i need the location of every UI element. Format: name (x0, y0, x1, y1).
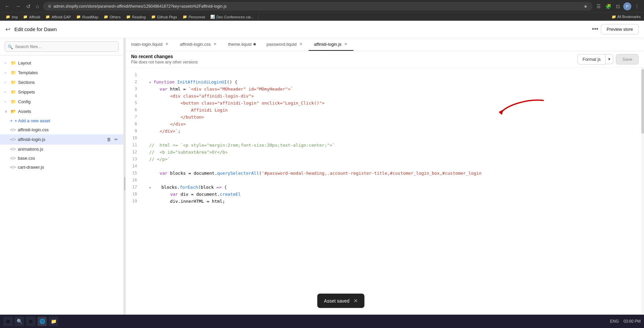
add-asset-button[interactable]: + + Add a new asset (0, 116, 123, 125)
toolbar-back-button[interactable]: ↩ (5, 26, 10, 33)
bookmark-others[interactable]: 📁 Others (101, 14, 123, 20)
taskbar-language: ENG (610, 319, 619, 324)
line-num: 9 (129, 128, 137, 135)
bookmark-label: RoadMap (82, 15, 98, 19)
vertical-scrollbar[interactable] (641, 67, 644, 325)
format-js-button[interactable]: Format js (577, 54, 606, 64)
tab-affinidi-login-js[interactable]: affinidi-login.js ✕ (309, 38, 353, 51)
folder-icon: 📁 (183, 15, 187, 19)
edit-file-button[interactable]: ✏ (114, 136, 119, 143)
tab-close-button[interactable]: ✕ (299, 41, 303, 47)
sidebar-item-sections[interactable]: › 📁 Sections (0, 77, 123, 87)
code-line-12: // <b id="subtextArea">Or</b> (149, 149, 637, 156)
bookmark-label: Affinidi (29, 15, 40, 19)
folder-icon: 📁 (11, 80, 16, 85)
back-button[interactable]: ← (3, 3, 11, 10)
taskbar-explorer[interactable]: 📁 (49, 317, 58, 326)
tab-close-button[interactable]: ✕ (343, 41, 348, 47)
code-line-9: </div>`; (149, 128, 637, 135)
taskbar-search[interactable]: 🔍 (15, 317, 24, 326)
line-num: 3 (129, 86, 137, 93)
file-item-cart-drawer-js[interactable]: </> cart-drawer.js (0, 163, 123, 172)
sidebar-item-label: Layout (18, 60, 119, 65)
code-editor[interactable]: 1 2 3 4 5 6 7 8 9 10 11 12 13 14 (126, 67, 644, 325)
bookmark-roadmap[interactable]: 📁 RoadMap (74, 14, 101, 20)
split-icon[interactable]: ⊡ (615, 3, 621, 10)
tab-main-login-liquid[interactable]: main-login.liquid ✕ (126, 38, 175, 51)
profile-avatar[interactable]: P (623, 2, 631, 10)
chevron-right-icon: › (5, 90, 9, 94)
preview-store-button[interactable]: Preview store (601, 24, 639, 34)
save-button[interactable]: Save (616, 54, 639, 64)
line-num: 7 (129, 114, 137, 121)
bookmark-reading[interactable]: 📁 Reading (124, 14, 148, 20)
bookmark-affinidi-eap[interactable]: 📁 Affinidi EAP (43, 14, 73, 20)
line-num: 5 (129, 100, 137, 107)
file-item-affinidi-login-js[interactable]: </> affinidi-login.js 🗑 ✏ (0, 134, 123, 145)
menu-icon[interactable]: ⋮ (633, 3, 641, 10)
tab-password-liquid[interactable]: password.liquid ✕ (261, 38, 309, 51)
taskbar-time: 03:00 PM (624, 319, 641, 324)
chevron-right-icon: › (5, 80, 9, 84)
all-bookmarks[interactable]: 📁 All Bookmarks (612, 15, 641, 19)
taskbar-start[interactable]: ⊞ (3, 317, 13, 326)
code-content: 1 2 3 4 5 6 7 8 9 10 11 12 13 14 (126, 67, 644, 209)
tab-close-button[interactable]: ✕ (213, 41, 217, 47)
line-num: 4 (129, 93, 137, 100)
delete-file-button[interactable]: 🗑 (106, 136, 112, 143)
taskbar-chrome[interactable]: 🌐 (37, 317, 47, 326)
plus-icon: + (10, 118, 13, 123)
tab-label: theme.liquid (228, 42, 251, 47)
bookmark-personnel[interactable]: 📁 Personnel (180, 14, 208, 20)
bookmark-dev-conferences[interactable]: 📊 Dev Conferences cal... (208, 14, 256, 20)
file-item-animations-js[interactable]: </> animations.js (0, 145, 123, 154)
sidebar-tree: › 📁 Layout › 📁 Templates › 📁 Sections › … (0, 55, 123, 328)
code-line-18: var div = document.createEl (149, 191, 637, 198)
code-line-15: var blocks = document.querySelectorAll('… (149, 170, 637, 177)
sidebar-item-label: Sections (18, 80, 119, 85)
sidebar-item-templates[interactable]: › 📁 Templates (0, 68, 123, 77)
code-line-3: var html = `<div class="MOheader" id="MO… (149, 86, 637, 93)
bookmark-github[interactable]: 📁 Github Pkgs (149, 14, 180, 20)
format-dropdown-button[interactable]: ▾ (606, 54, 613, 64)
sidebar-item-assets[interactable]: ∨ 📂 Assets (0, 107, 123, 116)
folder-icon: 📁 (11, 90, 16, 95)
more-options-button[interactable]: ••• (589, 24, 601, 34)
extensions-icon[interactable]: ☰ (595, 3, 602, 10)
address-bar[interactable]: ⚙ admin.shopify.com/store/paramesh-affin… (43, 2, 593, 11)
toast-close-button[interactable]: ✕ (353, 298, 358, 304)
line-num: 14 (129, 163, 137, 170)
no-changes-title: No recent changes (131, 54, 577, 59)
search-input[interactable] (5, 41, 119, 52)
line-num: 6 (129, 107, 137, 114)
folder-icon: 📁 (126, 15, 131, 19)
code-line-5: <button class="affinidi-login" onclick="… (149, 100, 637, 107)
sidebar-item-config[interactable]: › 📁 Config (0, 97, 123, 107)
editor-info: No recent changes File does not have any… (131, 54, 577, 64)
code-line-6: Affinidi Login (149, 107, 637, 114)
bookmark-label: Dev Conferences cal... (216, 15, 253, 19)
line-num: 1 (129, 71, 137, 78)
sidebar-item-layout[interactable]: › 📁 Layout (0, 58, 123, 68)
bookmark-label: Imp (12, 15, 18, 19)
refresh-button[interactable]: ↺ (25, 3, 32, 10)
puzzle-icon[interactable]: 🧩 (604, 3, 613, 10)
search-wrapper: 🔍 (5, 41, 119, 52)
home-button[interactable]: ⌂ (34, 3, 40, 10)
code-line-10 (149, 135, 637, 142)
line-num: 17 (129, 184, 137, 191)
file-item-affinidi-login-css[interactable]: </> affinidi-login.css (0, 125, 123, 134)
bookmark-imp[interactable]: 📁 Imp (3, 14, 20, 20)
code-line-13: // </p>` (149, 156, 637, 163)
tab-theme-liquid[interactable]: theme.liquid (223, 38, 261, 51)
line-num: 10 (129, 135, 137, 142)
file-item-base-css[interactable]: </> base.css (0, 154, 123, 163)
forward-button[interactable]: → (14, 3, 22, 10)
tab-close-button[interactable]: ✕ (165, 41, 169, 47)
sidebar-item-snippets[interactable]: › 📁 Snippets (0, 87, 123, 97)
tab-affinidi-login-css[interactable]: affinidi-login.css ✕ (175, 38, 223, 51)
code-line-16 (149, 177, 637, 184)
taskbar-task-view[interactable]: ⧉ (26, 317, 35, 326)
folder-icon: 📁 (45, 15, 50, 19)
bookmark-affinidi[interactable]: 📁 Affinidi (21, 14, 42, 20)
